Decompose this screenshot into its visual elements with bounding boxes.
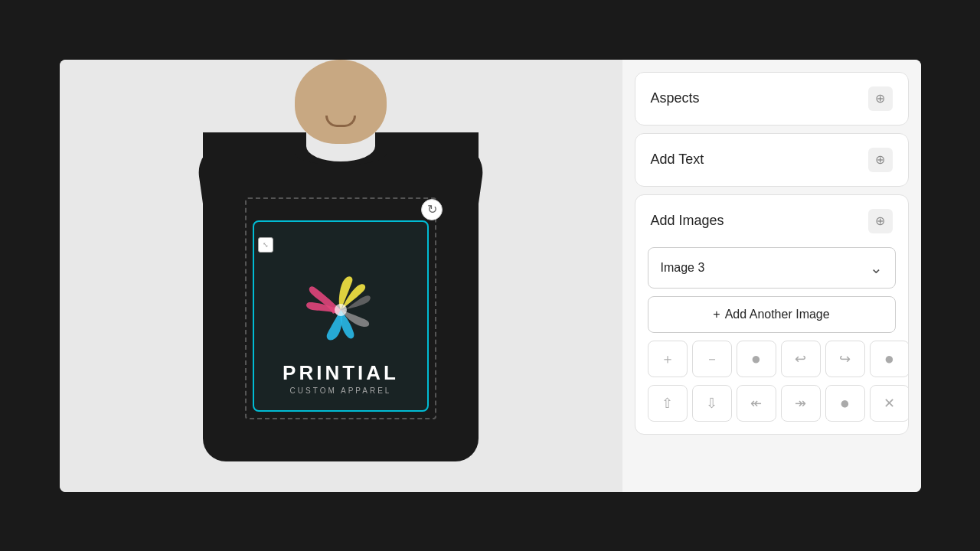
add-images-body: Image 3 ⌄ + Add Another Image ＋ － ● ↩ ↪ … — [635, 247, 908, 434]
app-container: ↻ ⤡ — [60, 60, 921, 492]
move-up-button[interactable]: ⇧ — [648, 385, 688, 422]
move-left-button[interactable]: ↞ — [737, 385, 776, 422]
add-another-label: Add Another Image — [725, 308, 830, 321]
svg-point-0 — [335, 304, 347, 316]
fill-3-button[interactable]: ● — [825, 385, 865, 422]
fill-1-button[interactable]: ● — [737, 341, 776, 377]
scale-handle-topleft[interactable]: ⤡ — [258, 237, 273, 253]
add-images-header: Add Images ⊕ — [635, 195, 908, 247]
logo-text: PRINTIAL CUSTOM APPAREL — [254, 361, 427, 395]
print-area-selected-border: ↻ ⤡ — [253, 220, 429, 412]
add-images-section: Add Images ⊕ Image 3 ⌄ + Add Another Ima… — [635, 194, 909, 435]
add-images-icon[interactable]: ⊕ — [868, 209, 893, 233]
rotate-handle[interactable]: ↻ — [421, 199, 443, 220]
logo-image-container — [266, 249, 416, 371]
tools-row-2: ⇧ ⇩ ↞ ↠ ● ✕ — [648, 385, 896, 422]
remove-button[interactable]: ✕ — [870, 385, 909, 422]
add-images-label: Add Images — [651, 213, 724, 229]
add-text-button[interactable]: Add Text ⊕ — [635, 133, 909, 187]
move-right-button[interactable]: ↠ — [781, 385, 821, 422]
rotate-right-button[interactable]: ↪ — [825, 341, 865, 377]
person-head — [295, 60, 387, 144]
aspects-button[interactable]: Aspects ⊕ — [635, 72, 909, 126]
aspects-add-icon[interactable]: ⊕ — [868, 86, 893, 111]
aspects-label: Aspects — [651, 90, 700, 106]
print-area[interactable]: ↻ ⤡ — [245, 197, 436, 419]
zoom-in-button[interactable]: ＋ — [648, 341, 688, 377]
add-text-label: Add Text — [651, 152, 704, 168]
right-panel: Aspects ⊕ Add Text ⊕ Add Images ⊕ — [622, 60, 921, 492]
tshirt-canvas: ↻ ⤡ — [149, 60, 532, 492]
fill-2-button[interactable]: ● — [870, 341, 909, 377]
move-down-button[interactable]: ⇩ — [692, 385, 732, 422]
add-another-plus-icon: + — [713, 308, 720, 321]
chevron-down-icon: ⌄ — [870, 259, 883, 277]
brand-tagline: CUSTOM APPAREL — [254, 386, 427, 395]
add-text-icon[interactable]: ⊕ — [868, 148, 893, 172]
brand-name: PRINTIAL — [254, 361, 427, 385]
rotate-left-button[interactable]: ↩ — [781, 341, 821, 377]
zoom-out-button[interactable]: － — [692, 341, 732, 377]
add-another-image-button[interactable]: + Add Another Image — [648, 296, 896, 333]
person-smile — [325, 116, 356, 127]
selected-image-label: Image 3 — [661, 261, 705, 275]
cmyk-logo-svg — [291, 260, 390, 360]
tools-row-1: ＋ － ● ↩ ↪ ● — [648, 341, 896, 377]
tshirt-preview-panel: ↻ ⤡ — [60, 60, 622, 492]
image-select-dropdown[interactable]: Image 3 ⌄ — [648, 247, 896, 289]
